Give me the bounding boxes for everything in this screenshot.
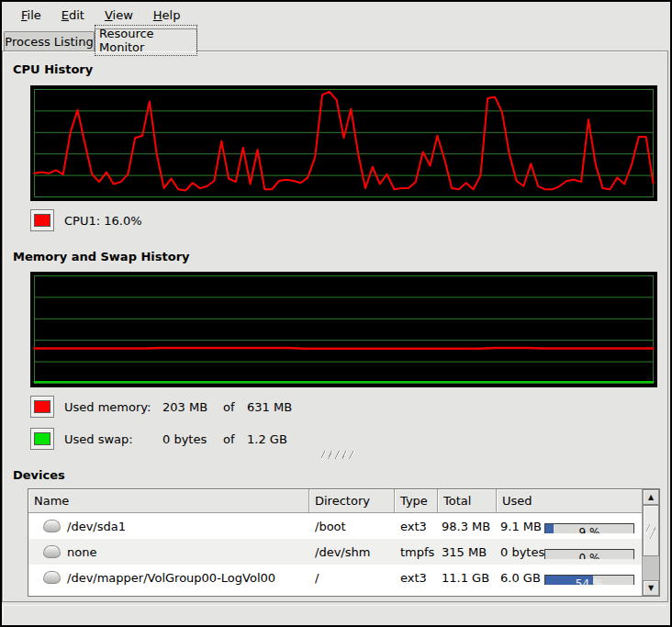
cell-used: 0 bytes 0 % — [497, 545, 642, 559]
menu-view[interactable]: View — [95, 4, 143, 27]
menu-help-rest: elp — [162, 8, 181, 22]
menu-file-rest: ile — [28, 8, 41, 22]
memory-swap-title: Memory and Swap History — [13, 250, 190, 263]
cpu1-color-swatch-icon — [34, 214, 50, 227]
used-swap-color-button[interactable] — [30, 428, 54, 450]
cell-name: /dev/sda1 — [28, 520, 309, 533]
device-row-sda1[interactable]: /dev/sda1 /boot ext3 98.3 MB 9.1 MB 9 % — [28, 513, 642, 539]
used-memory-legend: Used memory: 203 MB of 631 MB — [64, 400, 292, 414]
tab-process-listing-label: Process Listing — [5, 35, 93, 49]
scrollbar-thumb[interactable] — [643, 505, 659, 556]
menu-edit-rest: dit — [69, 8, 84, 22]
used-memory-total: 631 MB — [247, 400, 292, 414]
disk-drive-icon — [43, 545, 61, 558]
cell-total: 98.3 MB — [438, 520, 497, 533]
used-value: 0 bytes — [500, 545, 544, 559]
used-memory-color-button[interactable] — [30, 396, 54, 418]
column-header-type-label: Type — [400, 494, 428, 508]
scrollbar-trough[interactable] — [643, 556, 659, 580]
column-header-name[interactable]: Name — [28, 489, 309, 513]
used-memory-value: 203 MB — [162, 400, 223, 414]
cell-directory: / — [309, 571, 395, 585]
cell-directory: /dev/shm — [309, 545, 395, 559]
used-memory-swatch-icon — [34, 400, 50, 413]
column-header-directory[interactable]: Directory — [309, 489, 395, 513]
column-header-type[interactable]: Type — [395, 489, 438, 513]
menu-edit-accel: E — [62, 8, 69, 22]
cell-type: ext3 — [395, 571, 438, 585]
menu-help-accel: H — [153, 8, 162, 22]
devices-table: Name Directory Type Total Used /dev/sda1… — [28, 488, 660, 597]
device-name: none — [67, 545, 96, 559]
disk-drive-icon — [43, 520, 61, 532]
menu-view-rest: iew — [113, 8, 133, 22]
used-memory-of: of — [223, 400, 247, 414]
column-header-total[interactable]: Total — [438, 489, 497, 513]
used-swap-label: Used swap: — [64, 432, 162, 446]
menu-file[interactable]: File — [11, 4, 51, 27]
tab-process-listing[interactable]: Process Listing — [4, 31, 95, 50]
used-swap-total: 1.2 GB — [247, 432, 287, 446]
usage-percent-label: 0 % — [545, 550, 633, 559]
devices-title: Devices — [13, 468, 65, 482]
menu-edit[interactable]: Edit — [51, 4, 95, 27]
cpu-history-graph — [30, 85, 657, 201]
pane-resize-grip[interactable] — [321, 451, 356, 459]
usage-percent-label: 9 % — [545, 524, 633, 533]
usage-progressbar: 9 % — [544, 523, 634, 533]
column-header-used[interactable]: Used — [497, 489, 642, 513]
devices-table-header: Name Directory Type Total Used — [28, 489, 642, 513]
column-header-used-label: Used — [502, 494, 532, 508]
device-row-volgroup[interactable]: /dev/mapper/VolGroup00-LogVol00 / ext3 1… — [28, 565, 642, 590]
column-header-total-label: Total — [443, 494, 471, 508]
used-swap-value: 0 bytes — [162, 432, 223, 446]
devices-scrollbar: ▲ ▼ — [642, 489, 659, 596]
cell-directory: /boot — [309, 520, 395, 533]
cell-total: 11.1 GB — [438, 571, 497, 585]
used-memory-label: Used memory: — [64, 400, 162, 414]
column-header-name-label: Name — [34, 494, 69, 508]
usage-progressbar: 54 % — [544, 575, 634, 585]
used-swap-of: of — [223, 432, 247, 446]
used-swap-legend: Used swap: 0 bytes of 1.2 GB — [64, 432, 287, 446]
cell-total: 315 MB — [438, 545, 497, 559]
cpu-history-title: CPU History — [13, 62, 93, 76]
scroll-up-button[interactable]: ▲ — [643, 489, 659, 505]
disk-drive-icon — [43, 571, 61, 584]
tab-resource-monitor[interactable]: Resource Monitor — [95, 28, 197, 51]
device-name: /dev/mapper/VolGroup00-LogVol00 — [67, 571, 275, 585]
scroll-down-button[interactable]: ▼ — [643, 580, 659, 596]
used-value: 6.0 GB — [500, 571, 541, 585]
menubar: File Edit View Help — [2, 2, 672, 28]
device-row-none[interactable]: none /dev/shm tmpfs 315 MB 0 bytes 0 % — [28, 539, 642, 565]
cell-type: tmpfs — [395, 545, 438, 559]
menu-help[interactable]: Help — [143, 4, 191, 27]
cell-name: none — [28, 545, 309, 559]
usage-progressbar: 0 % — [544, 549, 634, 559]
usage-percent-label: 54 % — [545, 576, 633, 585]
tab-resource-monitor-label: Resource Monitor — [95, 26, 196, 55]
cpu1-legend-label: CPU1: 16.0% — [64, 214, 142, 228]
device-name: /dev/sda1 — [67, 520, 126, 533]
cell-type: ext3 — [395, 520, 438, 533]
used-value: 9.1 MB — [500, 520, 542, 533]
menu-view-accel: V — [105, 8, 113, 22]
column-header-directory-label: Directory — [315, 494, 370, 508]
statusbar — [3, 605, 667, 621]
system-monitor-window: File Edit View Help Process Listing Reso… — [0, 0, 672, 627]
memory-swap-graph — [30, 272, 657, 387]
used-swap-swatch-icon — [34, 432, 50, 445]
cpu1-color-button[interactable] — [30, 209, 54, 231]
cell-used: 9.1 MB 9 % — [497, 520, 642, 533]
cell-used: 6.0 GB 54 % — [497, 571, 642, 585]
devices-table-main: Name Directory Type Total Used /dev/sda1… — [28, 489, 642, 596]
cell-name: /dev/mapper/VolGroup00-LogVol00 — [28, 571, 309, 585]
